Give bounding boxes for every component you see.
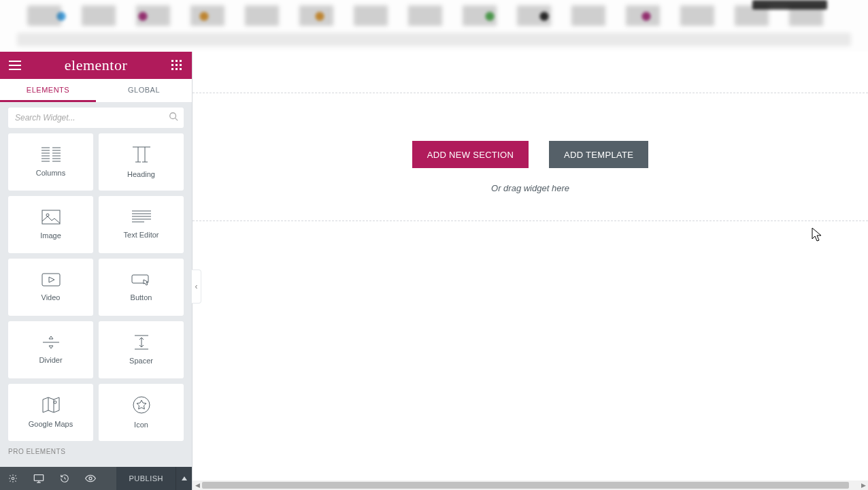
hamburger-icon (9, 61, 21, 70)
preview-button[interactable] (78, 467, 103, 490)
svg-rect-10 (42, 210, 60, 224)
gear-icon (8, 474, 18, 483)
svg-rect-17 (34, 475, 43, 481)
map-icon (42, 397, 60, 413)
widget-label: Google Maps (29, 420, 73, 428)
widget-label: Columns (36, 169, 65, 177)
brand-logo: elementor (65, 56, 127, 74)
svg-point-14 (54, 401, 56, 404)
svg-point-15 (133, 397, 150, 413)
panel-header: elementor (0, 52, 192, 79)
scroll-right-arrow[interactable]: ▶ (858, 480, 868, 490)
widget-label: Spacer (129, 357, 153, 365)
video-icon (41, 273, 61, 287)
svg-rect-8 (180, 68, 182, 70)
widget-image[interactable]: Image (8, 196, 93, 253)
horizontal-scrollbar[interactable]: ◀ ▶ (193, 480, 868, 490)
widget-spacer[interactable]: Spacer (99, 321, 184, 378)
widget-divider[interactable]: Divider (8, 321, 93, 378)
widget-button[interactable]: Button (99, 259, 184, 316)
heading-icon (131, 146, 152, 163)
svg-rect-6 (171, 68, 173, 70)
search-input[interactable] (8, 108, 184, 128)
widgets-panel-button[interactable] (169, 57, 185, 74)
history-icon (60, 474, 69, 483)
widget-columns[interactable]: Columns (8, 133, 93, 191)
text-editor-icon (132, 210, 151, 224)
search-widget-wrap (0, 102, 192, 133)
app-root: elementor ELEMENTS GLOBAL Columns (0, 52, 868, 490)
widget-label: Image (40, 231, 61, 240)
widget-heading[interactable]: Heading (99, 133, 184, 191)
image-icon (41, 210, 61, 225)
button-icon (131, 273, 152, 287)
spacer-icon (132, 335, 151, 350)
widget-label: Text Editor (124, 231, 159, 239)
menu-button[interactable] (7, 57, 23, 74)
publish-button[interactable]: PUBLISH (116, 467, 176, 490)
divider-icon (41, 336, 61, 349)
scroll-left-arrow[interactable]: ◀ (193, 480, 202, 490)
widget-icon[interactable]: Icon (99, 384, 184, 441)
desktop-icon (33, 474, 44, 483)
svg-point-9 (170, 113, 176, 119)
widget-label: Button (131, 293, 152, 301)
svg-point-18 (89, 477, 92, 480)
settings-button[interactable] (0, 467, 26, 490)
widget-text-editor[interactable]: Text Editor (99, 196, 184, 253)
widget-google-maps[interactable]: Google Maps (8, 384, 93, 441)
widget-label: Video (41, 293, 61, 301)
svg-rect-12 (42, 274, 60, 286)
widget-video[interactable]: Video (8, 259, 93, 316)
svg-rect-0 (171, 60, 173, 62)
pro-section-label: PRO ELEMENTS (8, 448, 184, 455)
widgets-list: Columns Heading Image Text Editor Video (0, 133, 192, 467)
svg-rect-4 (176, 64, 178, 66)
eye-icon (85, 474, 96, 483)
widget-label: Icon (134, 421, 148, 429)
columns-icon (41, 147, 61, 162)
svg-point-16 (12, 477, 14, 480)
drop-area[interactable]: ADD NEW SECTION ADD TEMPLATE Or drag wid… (193, 93, 868, 221)
publish-options-button[interactable] (176, 467, 192, 490)
svg-rect-1 (176, 60, 178, 62)
widget-label: Divider (39, 356, 62, 364)
svg-rect-2 (180, 60, 182, 62)
panel-tabs: ELEMENTS GLOBAL (0, 79, 192, 102)
add-template-button[interactable]: ADD TEMPLATE (549, 141, 648, 168)
drop-hint: Or drag widget here (193, 183, 868, 193)
elementor-panel: elementor ELEMENTS GLOBAL Columns (0, 52, 193, 490)
grid-icon (171, 60, 182, 71)
tab-global[interactable]: GLOBAL (96, 79, 192, 102)
browser-chrome (0, 0, 868, 52)
add-new-section-button[interactable]: ADD NEW SECTION (412, 141, 529, 168)
history-button[interactable] (52, 467, 78, 490)
responsive-button[interactable] (26, 467, 52, 490)
widget-label: Heading (127, 170, 155, 178)
tab-elements[interactable]: ELEMENTS (0, 79, 96, 102)
star-icon (133, 396, 150, 414)
svg-rect-5 (180, 64, 182, 66)
editor-canvas: ‹ ADD NEW SECTION ADD TEMPLATE Or drag w… (193, 52, 868, 490)
panel-footer: PUBLISH (0, 467, 192, 490)
caret-up-icon (182, 476, 187, 480)
svg-rect-3 (171, 64, 173, 66)
search-icon (169, 112, 178, 124)
svg-rect-7 (176, 68, 178, 70)
canvas-scroll[interactable]: ADD NEW SECTION ADD TEMPLATE Or drag wid… (193, 52, 868, 480)
